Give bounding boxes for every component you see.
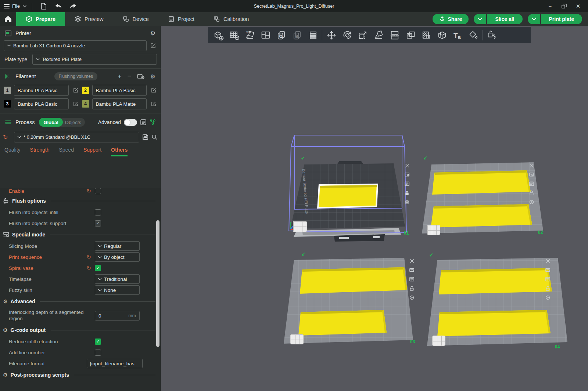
paste-icon[interactable]: P (289, 28, 305, 43)
interlocking-input[interactable]: 0 mm (95, 311, 140, 321)
minimize-button[interactable]: − (544, 1, 556, 11)
enable-checkbox[interactable] (95, 188, 101, 194)
objects-table-icon[interactable] (150, 119, 156, 126)
maximize-button[interactable] (558, 1, 570, 11)
plate-4-number[interactable]: 04 (555, 344, 560, 350)
remove-filament-button[interactable]: − (128, 73, 131, 80)
flushing-volumes-button[interactable]: Flushing volumes (54, 72, 97, 80)
plate-4-lock-open-icon[interactable] (545, 285, 551, 292)
filament-3-color-swatch[interactable]: 3 (4, 100, 11, 108)
tab-quality[interactable]: Quality (4, 147, 21, 156)
assembly-icon[interactable] (484, 28, 500, 43)
color-paint-icon[interactable] (466, 28, 481, 43)
spiral-vase-checkbox[interactable]: ✓ (95, 265, 101, 271)
filament-1-color-swatch[interactable]: 1 (4, 87, 11, 94)
plate-1-number[interactable]: 01 (404, 231, 409, 236)
lay-flat-icon[interactable] (371, 28, 387, 43)
fuzzy-skin-dropdown[interactable]: None (95, 285, 140, 295)
filament-4-edit-icon[interactable] (150, 100, 158, 108)
plate-3-lock-open-icon[interactable] (409, 285, 415, 292)
home-button[interactable] (0, 12, 16, 26)
plate-2-delete-icon[interactable] (528, 162, 535, 169)
plate-4-delete-icon[interactable] (545, 258, 551, 264)
close-button[interactable]: ✕ (572, 1, 584, 11)
tab-support[interactable]: Support (83, 147, 101, 156)
plate-2-orient-icon[interactable] (528, 171, 535, 178)
filament-2-edit-icon[interactable] (150, 86, 158, 94)
move-icon[interactable] (323, 28, 339, 43)
undo-button[interactable] (52, 1, 65, 11)
printer-edit-icon[interactable] (149, 42, 157, 50)
print-sequence-dropdown[interactable]: By object (95, 252, 140, 262)
plate-3-arrange-icon[interactable] (409, 276, 415, 282)
add-model-icon[interactable] (210, 28, 226, 43)
plate-2-number[interactable]: 02 (538, 230, 543, 235)
plate-2-thumbnail-chip[interactable] (427, 225, 440, 235)
save-project-button[interactable] (37, 1, 50, 11)
tab-prepare[interactable]: Prepare (16, 12, 65, 26)
filament-2-name[interactable]: Bambu PLA Basic (92, 85, 147, 96)
advanced-toggle-switch[interactable] (124, 119, 137, 126)
reset-enable-icon[interactable]: ↻ (87, 188, 95, 194)
file-menu[interactable]: File (4, 3, 27, 10)
plate-4-orient-icon[interactable] (545, 267, 551, 273)
scale-icon[interactable] (355, 28, 371, 43)
filament-settings-gear-icon[interactable]: ⚙ (150, 73, 155, 80)
plate-1[interactable]: Bambu Textured PEI Plate ↙ 01 (288, 131, 411, 247)
plate-2-lock-open-icon[interactable] (528, 190, 535, 196)
plate-3-thumbnail-chip[interactable] (290, 334, 304, 344)
boolean-icon[interactable] (402, 28, 418, 43)
printer-preset-dropdown[interactable]: Bambu Lab X1 Carbon 0.4 nozzle (4, 40, 147, 51)
sidebar-scrollbar[interactable] (156, 220, 159, 347)
plate-3-settings-icon[interactable] (409, 294, 415, 301)
tab-others[interactable]: Others (111, 147, 128, 156)
plate-2[interactable]: ↙ 02 (421, 155, 548, 243)
add-plate-icon[interactable] (226, 28, 242, 43)
auto-orient-icon[interactable]: AUTO (242, 28, 258, 43)
tab-device[interactable]: Device (113, 12, 158, 26)
plate-4[interactable]: ↙ 04 (426, 253, 573, 354)
timelapse-dropdown[interactable]: Traditional (95, 274, 140, 284)
copy-icon[interactable]: O (273, 28, 289, 43)
filament-2-color-swatch[interactable]: 2 (82, 87, 89, 94)
filament-4-name[interactable]: Bambu PLA Matte (92, 98, 147, 109)
rotate-icon[interactable] (339, 28, 355, 43)
plate-1-orient-icon[interactable] (404, 171, 410, 178)
filament-1-name[interactable]: Bambu PLA Basic (14, 85, 69, 96)
plate-2-arrange-icon[interactable] (528, 181, 535, 187)
cut-icon[interactable] (387, 28, 402, 43)
filament-3-edit-icon[interactable] (72, 100, 80, 108)
reset-process-icon[interactable]: ↻ (3, 134, 11, 141)
plate-1-thumbnail-chip[interactable] (293, 221, 307, 232)
plate-1-arrange-icon[interactable] (404, 181, 410, 187)
reset-print-sequence-icon[interactable]: ↻ (87, 254, 95, 260)
tab-project[interactable]: Project (158, 12, 204, 26)
plate-4-thumbnail-chip[interactable] (432, 336, 445, 346)
tab-speed[interactable]: Speed (59, 147, 74, 156)
objects-toggle[interactable]: Objects (63, 120, 85, 125)
tab-strength[interactable]: Strength (30, 147, 50, 156)
filament-3-name[interactable]: Bambu PLA Basic (14, 98, 69, 109)
plate-4-settings-icon[interactable] (545, 294, 551, 301)
search-icon[interactable] (151, 134, 158, 140)
text-tool-icon[interactable]: Ta (450, 28, 466, 43)
filename-format-input[interactable]: {input_filename_bas (87, 359, 143, 368)
arrange-icon[interactable] (258, 28, 273, 43)
flush-support-checkbox[interactable]: ✓ (95, 220, 101, 227)
slice-dropdown-button[interactable] (474, 14, 486, 24)
support-paint-icon[interactable] (418, 28, 434, 43)
plate-1-settings-icon[interactable] (404, 199, 410, 205)
settings-list-icon[interactable] (140, 119, 147, 126)
filament-4-color-swatch[interactable]: 4 (82, 100, 89, 108)
tab-calibration[interactable]: Calibration (204, 12, 258, 26)
variable-layer-height-icon[interactable] (305, 28, 321, 43)
print-plate-button[interactable]: Print plate (541, 14, 582, 24)
filament-1-edit-icon[interactable] (72, 86, 80, 94)
flush-infill-checkbox[interactable] (95, 209, 101, 216)
plate-3[interactable]: ↙ 03 (283, 253, 422, 351)
share-button[interactable]: Share (433, 14, 469, 24)
process-preset-dropdown[interactable]: * 0.20mm Standard @BBL X1C (14, 132, 139, 142)
seam-paint-icon[interactable] (434, 28, 450, 43)
plate-2-settings-icon[interactable] (528, 199, 535, 205)
add-filament-button[interactable]: + (118, 73, 122, 80)
